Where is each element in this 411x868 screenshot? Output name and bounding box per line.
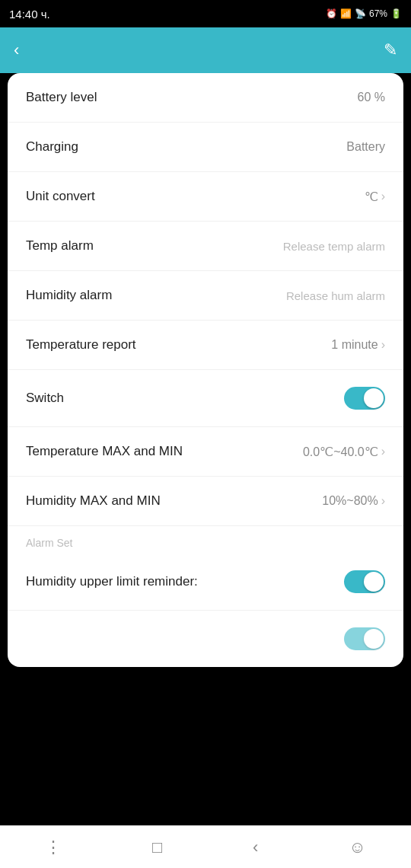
temp-report-chevron: › [381, 338, 385, 352]
status-bar: 14:40 ч. ⏰ 📶 📡 67% 🔋 [0, 0, 411, 27]
temp-report-value: 1 minute › [331, 338, 385, 352]
nav-home-icon[interactable]: □ [152, 838, 162, 857]
humidity-upper-limit-knob [364, 572, 384, 592]
humidity-max-min-row[interactable]: Humidity MAX and MIN 10%~80% › [8, 477, 403, 526]
wifi-icon: 📶 [340, 8, 352, 19]
humidity-upper-limit-row[interactable]: Humidity upper limit reminder: [8, 554, 403, 611]
status-time: 14:40 ч. [9, 8, 50, 21]
humidity-alarm-row[interactable]: Humidity alarm Release hum alarm [8, 271, 403, 321]
status-icons: ⏰ 📶 📡 67% 🔋 [326, 8, 402, 19]
bottom-nav: ⋮ □ ‹ ☺ [0, 825, 411, 868]
humidity-upper-limit-label: Humidity upper limit reminder: [26, 574, 198, 589]
switch-toggle[interactable] [344, 387, 385, 410]
temp-max-min-label: Temperature MAX and MIN [26, 444, 183, 459]
charging-label: Charging [26, 139, 78, 155]
unit-convert-label: Unit convert [26, 189, 95, 204]
edit-button[interactable]: ✎ [384, 40, 397, 60]
unit-convert-value: ℃ › [365, 190, 385, 204]
signal-icon: 📡 [355, 8, 366, 19]
nav-back-icon[interactable]: ‹ [253, 838, 258, 857]
switch-row[interactable]: Switch [8, 370, 403, 427]
battery-text: 67% [369, 8, 387, 19]
temp-alarm-value: Release temp alarm [283, 240, 385, 253]
charging-row[interactable]: Charging Battery [8, 123, 403, 172]
alarm-icon: ⏰ [326, 8, 337, 19]
humidity-alarm-value: Release hum alarm [286, 289, 385, 302]
back-button[interactable]: ‹ [14, 40, 19, 60]
temp-report-row[interactable]: Temperature report 1 minute › [8, 321, 403, 370]
nav-menu-icon[interactable]: ⋮ [45, 838, 62, 857]
partial-alarm-row[interactable] [8, 611, 403, 667]
humidity-upper-limit-toggle[interactable] [344, 570, 385, 593]
switch-label: Switch [26, 391, 64, 406]
battery-level-label: Battery level [26, 90, 97, 105]
temp-alarm-label: Temp alarm [26, 238, 94, 254]
header: ‹ ✎ [0, 27, 411, 73]
humidity-max-min-value: 10%~80% › [322, 494, 385, 508]
unit-convert-chevron: › [381, 190, 385, 203]
unit-convert-row[interactable]: Unit convert ℃ › [8, 172, 403, 222]
alarm-set-section: Alarm Set [8, 526, 403, 554]
nav-person-icon[interactable]: ☺ [349, 838, 365, 857]
temp-max-min-row[interactable]: Temperature MAX and MIN 0.0℃~40.0℃ › [8, 427, 403, 477]
temp-max-min-value: 0.0℃~40.0℃ › [303, 445, 385, 459]
partial-knob [364, 629, 384, 649]
battery-level-row[interactable]: Battery level 60 % [8, 73, 403, 123]
temp-alarm-row[interactable]: Temp alarm Release temp alarm [8, 222, 403, 271]
humidity-max-min-label: Humidity MAX and MIN [26, 493, 161, 509]
battery-level-value: 60 % [358, 91, 385, 104]
temp-max-min-chevron: › [381, 445, 385, 458]
humidity-max-min-chevron: › [381, 494, 385, 508]
humidity-alarm-label: Humidity alarm [26, 288, 112, 303]
partial-toggle[interactable] [344, 627, 385, 650]
charging-value: Battery [346, 140, 385, 154]
settings-card: Battery level 60 % Charging Battery Unit… [8, 73, 403, 667]
switch-knob [364, 388, 384, 408]
battery-icon: 🔋 [390, 8, 402, 19]
temp-report-label: Temperature report [26, 337, 136, 353]
